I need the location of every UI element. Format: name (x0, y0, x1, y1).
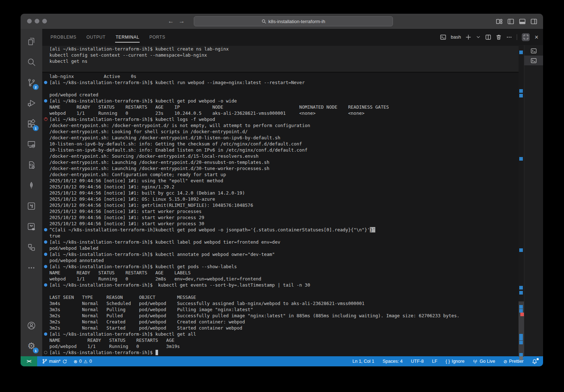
panel-header: PROBLEMS OUTPUT TERMINAL PORTS bash (42, 29, 543, 45)
maximize-panel-icon (523, 34, 529, 40)
go-live-button[interactable]: Go Live (472, 359, 496, 364)
command-decoration-blue[interactable] (44, 240, 47, 244)
terminal-line: /docker-entrypoint.sh: Configuration com… (42, 171, 519, 178)
terminal-line: [ali ~/k8s-installation-terraform-ih]$ k… (42, 282, 519, 288)
ruler-mark (519, 248, 523, 252)
terminal-line: 2025/10/12 09:44:56 [notice] 1#1: OS: Li… (42, 196, 519, 202)
status-bar: >< main* ⊗ 0 ⚠ 0 Ln 1, Col 1 Spaces: (21, 356, 543, 366)
sidebar-item-explorer[interactable] (23, 31, 40, 52)
terminal-line: kubectl config set-context --current --n… (42, 52, 519, 58)
prettier-icon: ⊘ (503, 359, 507, 364)
eol-sequence[interactable]: LF (431, 359, 438, 364)
terminal-line: [ali ~/k8s-installation-terraform-ih]$ k… (42, 79, 519, 86)
terminal-line: lab-nginx Active 0s (42, 73, 519, 79)
sidebar-item-terraform-cloud[interactable] (23, 216, 40, 237)
terminal-line: 2025/10/12 09:44:56 [notice] 1#1: start … (42, 221, 519, 227)
ruler-mark (519, 286, 523, 289)
command-decoration-blue[interactable] (44, 253, 47, 256)
notifications-bell[interactable] (531, 359, 538, 364)
tab-output[interactable]: OUTPUT (86, 32, 106, 42)
sidebar-item-dev-containers[interactable] (23, 154, 40, 175)
search-value: k8s-installation-terraform-ih (268, 19, 325, 24)
terminal-tab-1[interactable] (524, 46, 543, 56)
shell-label: bash (451, 34, 461, 40)
activity-bar: 2 1 (21, 29, 42, 356)
close-window-button[interactable] (27, 19, 32, 23)
terminal-line: 2025/10/12 09:44:56 [notice] 1#1: start … (42, 208, 519, 214)
remote-indicator[interactable]: >< (21, 356, 37, 366)
zoom-window-button[interactable] (42, 19, 47, 23)
sidebar-item-project-links[interactable] (23, 237, 40, 257)
terminal-line: pod/webpod created (42, 92, 519, 98)
remote-explorer-icon (27, 140, 36, 149)
command-decoration-red[interactable]: × (44, 117, 48, 121)
command-decoration-blue[interactable] (44, 332, 47, 336)
ruler-mark (519, 89, 523, 93)
terminal-output[interactable]: [ali ~/k8s-installation-terraform-ih]$ k… (42, 45, 519, 356)
tab-ports[interactable]: PORTS (149, 32, 166, 42)
toggle-panel-icon[interactable] (519, 18, 526, 25)
customize-layout-icon[interactable] (496, 18, 503, 25)
command-decoration-blue[interactable] (44, 99, 47, 103)
sidebar-item-terraform[interactable] (23, 196, 40, 216)
broadcast-icon (473, 359, 478, 364)
sidebar-item-more[interactable] (23, 257, 40, 278)
tab-problems[interactable]: PROBLEMS (50, 32, 77, 42)
command-decoration-open[interactable] (44, 351, 47, 354)
history-back-icon[interactable]: ← (168, 18, 174, 25)
ruler-mark (519, 341, 523, 344)
command-decoration-blue[interactable] (44, 81, 47, 84)
terminal-line: 3m2s Normal Started pod/webpod Started c… (42, 325, 519, 331)
bottom-panel: PROBLEMS OUTPUT TERMINAL PORTS bash (42, 29, 543, 356)
cursor-position[interactable]: Ln 1, Col 1 (352, 359, 375, 364)
tab-terminal[interactable]: TERMINAL (115, 32, 139, 42)
close-panel-icon[interactable]: × (534, 34, 538, 40)
history-forward-icon[interactable]: → (179, 18, 185, 25)
maximize-panel-button[interactable] (522, 33, 530, 41)
settings-button[interactable]: ⚙ 1 (23, 336, 40, 356)
minimize-window-button[interactable] (35, 19, 39, 23)
terminal-line: ×[ali ~/k8s-installation-terraform-ih]$ … (42, 116, 519, 122)
terminal-line (42, 64, 519, 70)
warning-count: 0 (89, 359, 92, 364)
more-icon (27, 263, 36, 273)
terminal-line: [ali ~/k8s-installation-terraform-ih]$ k… (42, 46, 519, 52)
ignore-status[interactable]: { } Ignore (445, 359, 465, 364)
split-terminal-icon[interactable] (485, 34, 491, 40)
encoding[interactable]: UTF-8 (410, 359, 424, 364)
command-center-search[interactable]: k8s-installation-terraform-ih (194, 16, 393, 26)
terminal-line: 10-listen-on-ipv6-by-default.sh: info: E… (42, 147, 519, 153)
terminal-line: webpod 1/1 Running 0 2m8s env=dev,run=we… (42, 276, 519, 282)
sidebar-item-mongodb[interactable] (23, 175, 40, 196)
terminal-line: 2025/10/12 09:44:56 [notice] 1#1: getrli… (42, 202, 519, 208)
command-decoration-blue[interactable] (44, 228, 47, 231)
more-actions-icon[interactable] (506, 34, 512, 40)
sidebar-item-remote-explorer[interactable] (23, 134, 40, 154)
terminal-scrollbar[interactable] (519, 45, 524, 356)
terminal-line: /docker-entrypoint.sh: Looking for shell… (42, 129, 519, 135)
toggle-secondary-sidebar-icon[interactable] (530, 18, 537, 25)
terminal-tab-2[interactable] (524, 56, 543, 65)
command-decoration-blue[interactable] (44, 283, 47, 287)
bell-icon (532, 359, 537, 364)
sidebar-item-source-control[interactable]: 2 (23, 72, 40, 93)
launch-profile-chevron-icon[interactable] (476, 35, 481, 39)
kill-terminal-icon[interactable] (496, 34, 502, 40)
terminal-line (42, 86, 519, 92)
sidebar-item-search[interactable] (23, 52, 40, 72)
terminal-line: 2025/10/12 09:44:56 [notice] 1#1: nginx/… (42, 184, 519, 190)
git-branch-status[interactable]: main* (41, 359, 68, 364)
terminal-line: pod/webpod annotated (42, 257, 519, 263)
ruler-mark (519, 157, 523, 161)
accounts-button[interactable] (23, 315, 40, 336)
command-decoration-blue[interactable] (44, 265, 47, 268)
new-terminal-icon[interactable] (465, 34, 471, 40)
sidebar-item-run-debug[interactable] (23, 93, 40, 113)
ruler-mark (519, 291, 523, 295)
problems-status[interactable]: ⊗ 0 ⚠ 0 (73, 359, 93, 364)
toggle-sidebar-icon[interactable] (507, 18, 514, 25)
indentation[interactable]: Spaces: 4 (382, 359, 403, 364)
warning-icon: ⚠ (83, 359, 87, 364)
sidebar-item-extensions[interactable]: 1 (23, 113, 40, 134)
traffic-lights (27, 19, 47, 23)
